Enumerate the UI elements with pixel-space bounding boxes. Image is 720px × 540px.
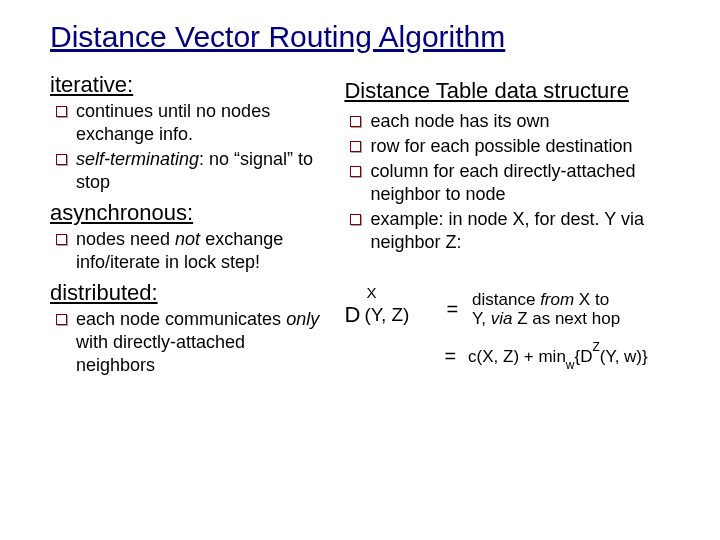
bullet-text: column for each directly-attached neighb… bbox=[370, 161, 635, 204]
bullet-text: with directly-attached neighbors bbox=[76, 332, 245, 375]
bullet-em: only bbox=[286, 309, 319, 329]
equation-superscript-x: X bbox=[366, 284, 376, 301]
bullet-text: nodes need bbox=[76, 229, 175, 249]
equation-D: D bbox=[344, 302, 360, 328]
equation-block: X D (Y, Z) = distance from X to Y, via Z… bbox=[344, 284, 680, 369]
bullet-item: continues until no nodes exchange info. bbox=[54, 100, 326, 146]
rhs-em: from bbox=[540, 290, 574, 309]
equals-sign: = bbox=[446, 298, 458, 321]
equation-row-1: X D (Y, Z) = distance from X to Y, via Z… bbox=[344, 284, 680, 334]
heading-distributed: distributed: bbox=[50, 280, 326, 306]
equals-sign: = bbox=[444, 345, 456, 368]
rhs-text: (Y, w)} bbox=[600, 347, 648, 366]
slide-title: Distance Vector Routing Algorithm bbox=[50, 20, 680, 54]
bullet-text: each node communicates bbox=[76, 309, 286, 329]
rhs-text: Z as next hop bbox=[512, 309, 620, 328]
equation-subscript-w: w bbox=[566, 358, 575, 372]
equation-superscript-z: Z bbox=[592, 340, 599, 354]
equation-lhs: X D (Y, Z) bbox=[344, 284, 432, 334]
equation-args: (Y, Z) bbox=[364, 304, 409, 326]
rhs-text: {D bbox=[575, 347, 593, 366]
bullet-text: example: in node X, for dest. Y via neig… bbox=[370, 209, 644, 252]
rhs-text: c(X, Z) + min bbox=[468, 347, 566, 366]
right-column: Distance Table data structure each node … bbox=[344, 68, 680, 383]
equation-row-2: = c(X, Z) + minw{DZ(Y, w)} bbox=[444, 344, 680, 369]
bullet-em: not bbox=[175, 229, 200, 249]
bullet-item: example: in node X, for dest. Y via neig… bbox=[348, 208, 680, 254]
bullet-text: each node has its own bbox=[370, 111, 549, 131]
bullet-item: each node communicates only with directl… bbox=[54, 308, 326, 377]
list-distributed: each node communicates only with directl… bbox=[50, 308, 326, 377]
list-distance-table: each node has its own row for each possi… bbox=[344, 110, 680, 254]
equation-rhs-text: distance from X to Y, via Z as next hop bbox=[472, 290, 620, 329]
bullet-text: row for each possible destination bbox=[370, 136, 632, 156]
bullet-item: nodes need not exchange info/iterate in … bbox=[54, 228, 326, 274]
heading-asynchronous: asynchronous: bbox=[50, 200, 326, 226]
list-asynchronous: nodes need not exchange info/iterate in … bbox=[50, 228, 326, 274]
rhs-text: distance bbox=[472, 290, 540, 309]
slide: Distance Vector Routing Algorithm iterat… bbox=[0, 0, 720, 540]
bullet-item: self-terminating: no “signal” to stop bbox=[54, 148, 326, 194]
bullet-item: row for each possible destination bbox=[348, 135, 680, 158]
bullet-text: continues until no nodes exchange info. bbox=[76, 101, 270, 144]
bullet-em: self-terminating bbox=[76, 149, 199, 169]
heading-distance-table: Distance Table data structure bbox=[344, 78, 680, 104]
bullet-item: each node has its own bbox=[348, 110, 680, 133]
left-column: iterative: continues until no nodes exch… bbox=[50, 68, 326, 383]
columns: iterative: continues until no nodes exch… bbox=[50, 68, 680, 383]
heading-iterative: iterative: bbox=[50, 72, 326, 98]
list-iterative: continues until no nodes exchange info. … bbox=[50, 100, 326, 194]
rhs-em: via bbox=[491, 309, 513, 328]
bullet-item: column for each directly-attached neighb… bbox=[348, 160, 680, 206]
equation-rhs-formula: c(X, Z) + minw{DZ(Y, w)} bbox=[468, 344, 648, 369]
